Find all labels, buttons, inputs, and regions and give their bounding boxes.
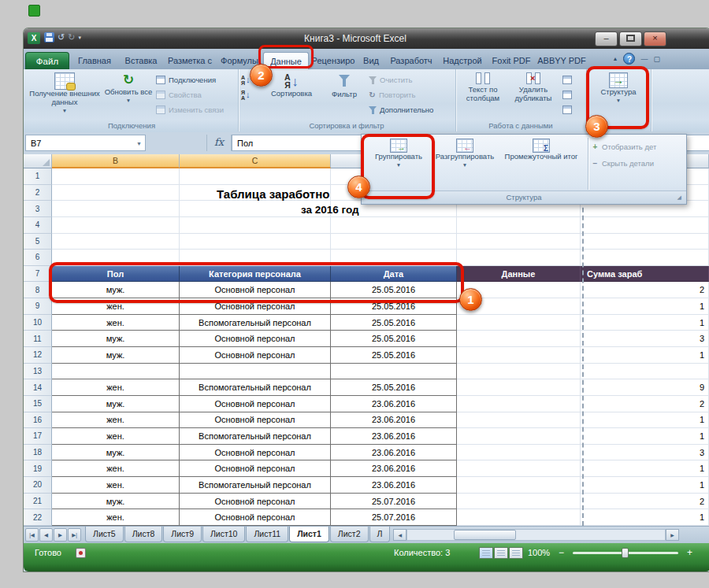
cell[interactable] <box>331 217 457 234</box>
cell[interactable] <box>457 494 581 510</box>
cell[interactable]: муж. <box>52 331 180 347</box>
cell[interactable] <box>457 364 581 380</box>
cell[interactable] <box>457 315 581 331</box>
cell[interactable]: 25.07.2016 <box>331 494 457 510</box>
ribbon-tab-7[interactable]: Вид <box>358 52 384 69</box>
row-header[interactable]: 21 <box>24 494 52 510</box>
qat-customize-icon[interactable]: ▾ <box>78 35 81 41</box>
filter-button[interactable]: Фильтр <box>323 71 366 120</box>
cell[interactable] <box>581 234 709 250</box>
select-all-corner[interactable] <box>24 154 52 168</box>
table-header-cell[interactable]: Сумма зараб <box>581 266 709 283</box>
cell[interactable]: 25.05.2016 <box>331 347 457 364</box>
cell[interactable]: Вспомогательный персонал <box>180 315 331 331</box>
zoom-level[interactable]: 100% <box>528 548 550 557</box>
cell[interactable]: жен. <box>52 315 180 331</box>
row-header[interactable]: 14 <box>24 379 52 396</box>
ribbon-tab-2[interactable]: Вставка <box>118 52 164 69</box>
cell[interactable] <box>457 331 581 347</box>
cell[interactable]: 1 <box>581 315 709 331</box>
cell[interactable] <box>331 364 457 380</box>
last-sheet-icon[interactable]: ▶| <box>68 528 81 542</box>
scrollbar-thumb[interactable] <box>454 530 515 540</box>
redo-icon[interactable]: ↻ <box>68 32 75 43</box>
cell[interactable] <box>457 379 581 396</box>
cell[interactable]: 23.06.2016 <box>331 477 457 494</box>
ribbon-tab-1[interactable]: Главная <box>71 52 118 69</box>
cell[interactable]: 23.06.2016 <box>331 445 457 461</box>
get-external-data-button[interactable]: Получение внешних данных ▼ <box>28 71 101 120</box>
cell[interactable]: жен. <box>52 509 180 526</box>
cell[interactable]: 25.05.2016 <box>331 315 457 331</box>
workbook-restore-icon[interactable]: ▢ <box>653 55 660 63</box>
row-header[interactable]: 15 <box>24 396 52 412</box>
refresh-all-button[interactable]: ↻ Обновить все ▼ <box>102 71 154 120</box>
hide-detail-button[interactable]: − Скрыть детали <box>592 156 685 171</box>
sheet-tab-Лист11[interactable]: Лист11 <box>246 527 288 542</box>
cell[interactable]: жен. <box>52 412 180 429</box>
cell[interactable]: Основной персонал <box>180 509 331 526</box>
horizontal-scrollbar[interactable]: ◀ ▶ <box>393 528 679 542</box>
cell[interactable] <box>52 168 180 185</box>
cell[interactable] <box>581 217 709 234</box>
cell[interactable] <box>52 201 180 217</box>
cell[interactable]: 23.06.2016 <box>331 428 457 445</box>
cell[interactable] <box>457 445 581 461</box>
zoom-in-button[interactable]: + <box>685 548 695 558</box>
properties-button[interactable]: Свойства <box>156 87 236 102</box>
cell[interactable]: 1 <box>581 412 709 429</box>
cell[interactable]: муж. <box>52 396 180 412</box>
row-header[interactable]: 16 <box>24 412 52 429</box>
cell[interactable] <box>52 234 180 250</box>
scroll-right-icon[interactable]: ▶ <box>666 529 679 541</box>
macro-record-icon[interactable] <box>76 548 86 558</box>
first-sheet-icon[interactable]: |◀ <box>25 528 39 542</box>
cell[interactable] <box>457 509 581 526</box>
advanced-filter-button[interactable]: Дополнительно <box>369 102 452 117</box>
cell[interactable] <box>457 396 581 412</box>
ribbon-tab-10[interactable]: Foxit PDF <box>487 52 536 69</box>
ribbon-tab-8[interactable]: Разработч <box>384 52 438 69</box>
cell[interactable]: муж. <box>52 347 180 364</box>
save-icon[interactable] <box>44 32 54 43</box>
row-header[interactable]: 9 <box>24 298 52 315</box>
show-detail-button[interactable]: + Отобразить дет <box>592 139 685 154</box>
subtotal-button[interactable]: Промежуточный итог <box>497 137 585 189</box>
reapply-button[interactable]: ↻ Повторить <box>369 87 452 102</box>
cell[interactable]: жен. <box>52 379 180 396</box>
table-header-cell[interactable]: Данные <box>457 266 581 283</box>
cell[interactable]: 1 <box>581 347 709 364</box>
page-break-view-icon[interactable] <box>509 547 523 559</box>
cell[interactable] <box>52 364 180 380</box>
name-box[interactable]: B7 ▼ <box>25 135 146 151</box>
row-header[interactable]: 1 <box>24 168 52 185</box>
help-icon[interactable]: ? <box>623 53 635 65</box>
cell[interactable]: Вспомогательный персонал <box>180 379 331 396</box>
cell[interactable]: Основной персонал <box>180 494 331 510</box>
prev-sheet-icon[interactable]: ◀ <box>39 528 53 542</box>
ribbon-tab-6[interactable]: Рецензиро <box>309 52 358 69</box>
cell[interactable]: Основной персонал <box>180 445 331 461</box>
cell[interactable]: 2 <box>581 282 709 298</box>
consolidate-button[interactable] <box>562 87 583 102</box>
file-tab[interactable]: Файл <box>25 52 69 69</box>
cell[interactable] <box>52 217 180 234</box>
workbook-minimize-icon[interactable]: — <box>640 55 648 63</box>
cell[interactable]: 9 <box>581 379 709 396</box>
row-header[interactable]: 18 <box>24 445 52 461</box>
insert-function-button[interactable]: fx <box>206 135 232 151</box>
cell[interactable] <box>457 250 581 266</box>
cell[interactable]: Вспомогательный персонал <box>180 477 331 494</box>
next-sheet-icon[interactable]: ▶ <box>54 528 67 542</box>
connections-button[interactable]: Подключения <box>156 72 236 87</box>
cell[interactable]: 1 <box>581 460 709 477</box>
clear-filter-button[interactable]: Очистить <box>369 72 452 87</box>
ungroup-button[interactable]: Разгруппировать ▼ <box>434 137 496 189</box>
collapse-ribbon-icon[interactable]: ▲ <box>613 56 618 61</box>
data-validation-button[interactable] <box>562 72 583 87</box>
dialog-launcher-icon[interactable]: ◢ <box>677 194 681 202</box>
cell[interactable] <box>180 168 331 185</box>
cell[interactable]: 1 <box>581 298 709 315</box>
ribbon-tab-3[interactable]: Разметка с <box>164 52 216 69</box>
page-layout-view-icon[interactable] <box>494 547 508 559</box>
